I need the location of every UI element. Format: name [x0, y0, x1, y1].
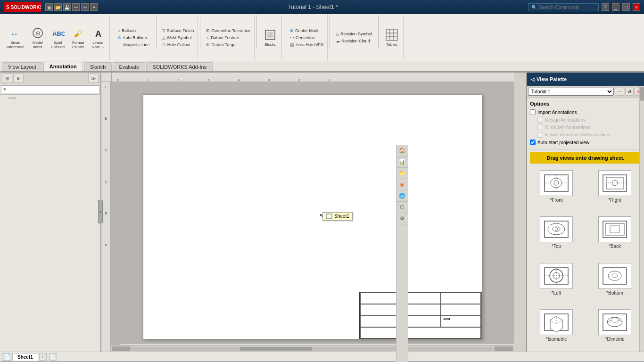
open-btn[interactable]: 📂: [54, 3, 62, 11]
maximize-btn[interactable]: □: [622, 3, 630, 11]
format-painter-btn[interactable]: 🖌 FormatPainter: [69, 25, 88, 51]
panel-view-btn[interactable]: ⊞: [2, 74, 12, 83]
document-dropdown[interactable]: Tutorial 1: [528, 88, 614, 96]
ruler-top: 8 7 6 5 4 3 2 1: [101, 73, 514, 82]
revision-cloud-btn[interactable]: ☁ Revision Cloud: [334, 38, 374, 44]
left-panel: ⊞ ≡ ≫ ▼ ▼ Tutor: [0, 73, 101, 352]
strip-home-icon[interactable]: 🏠: [396, 145, 408, 156]
balloon-label: Balloon: [122, 28, 136, 33]
hole-callout-btn[interactable]: ⊙ Hole Callout: [160, 41, 196, 48]
tab-sketch[interactable]: Sketch: [84, 62, 112, 71]
centerline-btn[interactable]: ⋯ Centerline: [288, 34, 325, 41]
linear-note-btn[interactable]: A LinearNote ...: [89, 25, 107, 51]
canvas-area[interactable]: 8 7 6 5 4 3 2 1 F E D C B A: [101, 73, 514, 352]
sheet-tab-sheet1[interactable]: Sheet1: [12, 353, 38, 361]
balloon-btn[interactable]: ○ Balloon: [116, 27, 152, 34]
magnetic-line-icon: —: [118, 42, 122, 47]
tab-evaluate[interactable]: Evaluate: [113, 62, 145, 71]
drawing-canvas[interactable]: ↖ Sheet1: [111, 82, 514, 352]
toolbar-group-balloon: ○ Balloon ⊙ Auto Balloon — Magnetic Line: [114, 15, 154, 60]
right-scrollbar[interactable]: [639, 86, 644, 352]
revision-symbol-btn[interactable]: △ Revision Symbol: [334, 31, 374, 37]
toolbar-group-tables: Tables: [380, 15, 404, 60]
strip-folder-icon[interactable]: 📁: [396, 168, 408, 179]
tb-bottom: [360, 327, 481, 338]
area-hatch-btn[interactable]: ▤ Area Hatch/Fill: [288, 41, 325, 48]
view-item-isometric[interactable]: *Isometric: [529, 307, 584, 350]
spell-checker-btn[interactable]: ABC SpellChecker: [48, 25, 68, 51]
view-item-right[interactable]: *Right: [587, 168, 642, 211]
strip-chart-icon[interactable]: 📊: [396, 156, 408, 168]
search-input[interactable]: [539, 5, 595, 10]
right-side-strip: 🏠 📊 📁 ◉ 🌐 ⬡ ⚙: [396, 145, 408, 362]
view-item-top[interactable]: *Top: [529, 214, 584, 257]
save-btn[interactable]: 💾: [63, 3, 71, 11]
feature-tree[interactable]: ▼ Tutorial 1 ▶ A: [0, 95, 100, 99]
weld-symbol-btn[interactable]: △ Weld Symbol: [160, 34, 196, 41]
h-scrollbar[interactable]: [111, 345, 514, 352]
datum-target-label: Datum Target: [211, 42, 237, 47]
ribbon-tabs: View Layout Annotation Sketch Evaluate S…: [0, 61, 644, 72]
tb-tutorial: Tutor: [441, 316, 481, 327]
geometric-group: ⊞ Geometric Tolerance ◁ Datum Feature ⊕ …: [204, 27, 252, 48]
smart-dimension-btn[interactable]: ↔ SmartDimension: [4, 25, 27, 51]
auto-start-check[interactable]: [530, 140, 536, 145]
tab-solidworks-addins[interactable]: SOLIDWORKS Add-Ins: [146, 62, 213, 71]
design-annotations-check[interactable]: [537, 117, 543, 123]
view-item-left[interactable]: *Left: [529, 261, 584, 304]
view-label-isometric: *Isometric: [546, 337, 567, 342]
minimize-btn[interactable]: _: [612, 3, 619, 11]
model-items-btn[interactable]: ⊕ ModelItems: [28, 25, 47, 51]
geometric-tolerance-btn[interactable]: ⊞ Geometric Tolerance: [204, 27, 252, 34]
tables-label: Tables: [387, 42, 397, 47]
center-mark-btn[interactable]: ⊕ Center Mark: [288, 27, 325, 34]
view-item-bottom[interactable]: *Bottom: [587, 261, 642, 304]
new-btn[interactable]: ▣: [45, 3, 53, 11]
undo-btn[interactable]: ↩: [72, 3, 80, 11]
svg-rect-24: [326, 214, 332, 219]
palette-options-btn[interactable]: ⋯: [615, 88, 624, 96]
sheet-icon[interactable]: 📄: [2, 353, 11, 361]
strip-scene-icon[interactable]: 🌐: [396, 190, 408, 202]
include-hidden-row: Include items from hidden features: [530, 131, 641, 139]
tb-cell1: [360, 293, 401, 304]
view-label-front: *Front: [550, 197, 562, 203]
view-item-dimetric[interactable]: *Dimetric: [587, 307, 642, 350]
add-sheet-btn[interactable]: +: [39, 353, 47, 361]
close-btn[interactable]: ✕: [633, 3, 640, 11]
include-hidden-label: Include items from hidden features: [545, 132, 610, 137]
import-annotations-check[interactable]: [530, 109, 536, 115]
linear-note-label: LinearNote ...: [92, 41, 104, 49]
dimxpert-annotations-check[interactable]: [537, 124, 543, 130]
view-item-back[interactable]: *Back: [587, 214, 642, 257]
palette-refresh-btn[interactable]: ↺: [625, 88, 634, 96]
sheet-icon2[interactable]: 📄: [50, 353, 57, 361]
surface-finish-icon: ▽: [162, 28, 165, 33]
panel-list-btn[interactable]: ≡: [13, 74, 24, 83]
svg-rect-42: [610, 226, 619, 233]
panel-collapse-handle[interactable]: ›: [98, 200, 103, 223]
surface-finish-btn[interactable]: ▽ Surface Finish: [160, 27, 196, 34]
tab-annotation[interactable]: Annotation: [43, 62, 83, 71]
tb-cell7: [360, 316, 401, 327]
blocks-btn[interactable]: Blocks: [261, 26, 280, 49]
panel-expand-btn[interactable]: ≫: [88, 74, 99, 83]
datum-feature-btn[interactable]: ◁ Datum Feature: [204, 34, 252, 41]
datum-target-btn[interactable]: ⊕ Datum Target: [204, 41, 252, 48]
strip-appearance-icon[interactable]: ◉: [396, 179, 408, 190]
svg-text:A: A: [95, 29, 101, 39]
view-item-front[interactable]: *Front: [529, 168, 584, 211]
magnetic-line-label: Magnetic Line: [124, 42, 150, 47]
collapse-left-icon[interactable]: ◁: [531, 76, 535, 82]
strip-custom-icon[interactable]: ⚙: [396, 213, 408, 224]
magnetic-line-btn[interactable]: — Magnetic Line: [116, 41, 152, 48]
strip-decals-icon[interactable]: ⬡: [396, 202, 408, 213]
tables-btn[interactable]: Tables: [382, 26, 401, 49]
auto-balloon-btn[interactable]: ⊙ Auto Balloon: [116, 34, 152, 41]
options-btn[interactable]: ▾: [90, 3, 98, 11]
redo-btn[interactable]: ↪: [81, 3, 89, 11]
tab-view-layout[interactable]: View Layout: [2, 62, 42, 71]
help-btn[interactable]: ?: [602, 3, 609, 11]
tables-icon: [385, 28, 398, 41]
include-hidden-check[interactable]: [537, 132, 543, 138]
